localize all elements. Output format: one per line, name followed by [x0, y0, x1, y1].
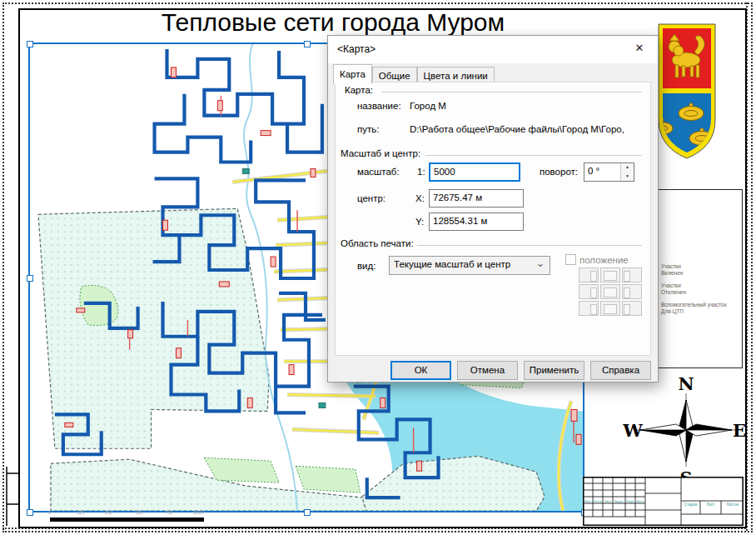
svg-text:Подп.: Подп. — [626, 499, 635, 503]
scale-input[interactable]: 5000 — [429, 162, 520, 182]
group-label-scale: Масштаб и центр: — [341, 148, 424, 158]
position-cell[interactable] — [600, 301, 620, 316]
map-name-value: Город М — [410, 101, 446, 111]
scale-label: масштаб: — [357, 167, 400, 177]
selection-handle-bottom-center[interactable] — [304, 509, 311, 516]
compass-n: N — [678, 373, 694, 394]
map-name-label: название: — [357, 101, 401, 111]
dialog-titlebar[interactable]: <Карта> ✕ — [328, 36, 658, 63]
position-checkbox-label: положение — [579, 255, 629, 265]
group-separator — [381, 92, 642, 92]
scale-label: 250 — [105, 510, 112, 515]
spin-down-icon[interactable]: ▼ — [621, 172, 634, 182]
ok-button[interactable]: ОК — [390, 361, 451, 380]
center-y-input[interactable]: 128554.31 м — [429, 212, 524, 231]
position-cell[interactable] — [579, 268, 599, 282]
apply-button[interactable]: Применить — [524, 361, 584, 380]
center-x-input[interactable]: 72675.47 м — [429, 189, 524, 208]
dialog-title: <Карта> — [337, 43, 376, 55]
scale-label: 125 — [77, 510, 84, 515]
svg-text:Лист: Лист — [707, 502, 715, 507]
scale-label: 1000 — [193, 510, 203, 515]
page-title: Тепловые сети города Муром — [67, 8, 599, 37]
map-path-value: D:\Работа общее\Рабочие файлы\Город М\Го… — [410, 124, 624, 134]
compass-rose: N S W E — [623, 373, 748, 486]
help-button[interactable]: Справка — [590, 361, 651, 380]
selection-handle-top-center[interactable] — [304, 41, 311, 48]
coat-of-arms — [654, 22, 719, 163]
close-icon[interactable]: ✕ — [621, 36, 658, 61]
dialog-buttons: ОК Отмена Применить Справка — [390, 361, 651, 380]
compass-e: E — [733, 420, 746, 441]
scale-label: 0 — [48, 510, 51, 515]
cancel-button[interactable]: Отмена — [457, 361, 518, 380]
svg-text:№док.: №док. — [614, 499, 624, 503]
rotation-label: поворот: — [540, 167, 578, 177]
svg-text:Стадия: Стадия — [684, 502, 698, 507]
position-grid — [579, 268, 642, 316]
position-cell[interactable] — [622, 268, 642, 282]
position-cell[interactable] — [579, 301, 599, 316]
center-x-label: X: — [415, 193, 425, 203]
scale-label: 750 — [165, 510, 172, 515]
title-block: Изм. Кол.уч Лист №док. Подп. Дата Стадия… — [583, 477, 744, 526]
group-label-karta: Карта: — [345, 85, 376, 95]
group-label-print: Область печати: — [341, 238, 417, 248]
view-label: вид: — [357, 261, 376, 271]
print-view-select[interactable]: Текущие масштаб и центр ⌄ — [389, 256, 550, 275]
compass-w: W — [623, 420, 643, 441]
chevron-down-icon: ⌄ — [536, 258, 545, 269]
group-separator — [425, 155, 642, 156]
position-cell[interactable] — [600, 268, 620, 282]
legend-item-on: УчасткиВключен — [647, 263, 742, 277]
svg-text:Кол.уч: Кол.уч — [593, 499, 603, 503]
frame-left-strip — [5, 458, 20, 529]
map-path-label: путь: — [357, 124, 379, 134]
rotation-spinner[interactable]: 0 ° ▲ ▼ — [584, 162, 634, 182]
svg-text:Листов: Листов — [726, 502, 739, 507]
center-y-label: Y: — [415, 217, 424, 227]
spin-up-icon[interactable]: ▲ — [621, 163, 634, 172]
scale-label: 500 — [135, 510, 142, 515]
svg-text:Дата: Дата — [637, 499, 645, 503]
selection-handle-top-left[interactable] — [27, 41, 33, 48]
tab-page-karta: Карта: название: Город М путь: D:\Работа… — [335, 82, 651, 356]
position-checkbox[interactable] — [565, 254, 576, 265]
svg-text:Лист: Лист — [604, 499, 612, 503]
map-properties-dialog: <Карта> ✕ Карта Общие Цвета и линии Карт… — [327, 35, 659, 382]
tab-karta[interactable]: Карта — [333, 64, 372, 84]
center-label: центр: — [357, 193, 385, 203]
scale-bar — [50, 518, 204, 522]
position-cell[interactable] — [622, 284, 642, 299]
legend-item-aux: Вспомогательный участокДля ЦТП — [647, 302, 742, 315]
selection-handle-bottom-left[interactable] — [27, 509, 33, 516]
position-cell[interactable] — [579, 284, 599, 299]
position-cell[interactable] — [600, 284, 620, 299]
drawing-sheet: Тепловые сети города Муром — [0, 0, 756, 535]
svg-text:Изм.: Изм. — [584, 499, 592, 503]
group-separator — [417, 245, 642, 246]
selection-handle-mid-left[interactable] — [27, 275, 33, 282]
scale-prefix: 1: — [417, 167, 425, 177]
legend-item-off: УчасткиОтключен — [647, 282, 742, 296]
position-cell[interactable] — [622, 301, 642, 316]
